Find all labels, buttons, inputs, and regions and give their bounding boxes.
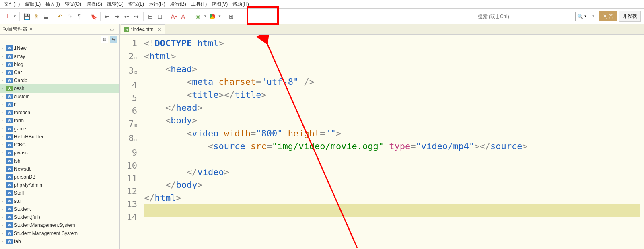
format-button[interactable]: ¶ [75,12,84,21]
line-gutter: 12⊟3⊟4567⊟8⊟91011121314 [120,35,140,249]
ask-button[interactable]: 问 答 [599,11,617,21]
tree-item[interactable]: ›W1New [0,44,119,52]
tree-item[interactable]: ›Wlsh [0,157,119,165]
tree-item[interactable]: ›Warray [0,52,119,60]
preview-button[interactable]: ◉ [193,12,202,21]
new-dropdown[interactable]: ▼ [13,14,17,18]
tree-item[interactable]: ›WStudentManagementSystem [0,221,119,229]
sidebar-close-icon[interactable]: ✕ [29,27,33,32]
tree-item[interactable]: ›Wtab [0,237,119,245]
tree-item[interactable]: ›WCardb [0,76,119,84]
highlight-annotation [247,6,279,25]
menu-o[interactable]: 转义(O) [63,0,83,8]
browser-button[interactable] [208,12,217,21]
tab-close-icon[interactable]: ✕ [158,27,161,32]
menu-l[interactable]: 查找(L) [127,0,146,8]
comment-button[interactable]: ⊟ [146,12,155,21]
indent-button[interactable]: ⇢ [132,12,141,21]
new-button[interactable]: + [3,12,12,21]
menu-g[interactable]: 跳转(G) [105,0,125,8]
tree-item[interactable]: ›Wjavasc [0,149,119,157]
preview-dropdown[interactable]: ▼ [203,14,207,18]
tree-item[interactable]: ›Wfj [0,101,119,109]
tab-label: *index.html [131,27,154,32]
tree-item[interactable]: ›WStudent Management System [0,229,119,237]
collapse-all-button[interactable]: ⇆ [110,36,117,43]
tree-item[interactable]: ›WHelloHBuilder [0,133,119,141]
tree-item[interactable]: ›WICBC [0,141,119,149]
tree-item[interactable]: ›Wstu [0,197,119,205]
menu-h[interactable]: 帮助(H) [231,0,251,8]
menu-r[interactable]: 运行(R) [147,0,167,8]
project-explorer: 项目管理器 ✕ ▭ ▫ ⊟ ⇆ ›W1New›Warray›Wblog›WCar… [0,24,120,249]
editor-tab[interactable]: H *index.html ✕ [121,24,165,34]
outdent-button[interactable]: ⇠ [122,12,131,21]
tree-item[interactable]: ›Wforeach [0,109,119,117]
terminal-button[interactable]: ⊞ [227,12,236,21]
redo-button[interactable]: ↷ [65,12,74,21]
undo-button[interactable]: ↶ [56,12,64,21]
bookmark-button[interactable]: 🔖 [89,12,98,21]
menu-bar: 文件(F)编辑(E)插入(I)转义(O)选择(S)跳转(G)查找(L)运行(R)… [0,0,644,9]
menu-v[interactable]: 视图(V) [210,0,229,8]
menu-t[interactable]: 工具(T) [189,0,208,8]
import-button[interactable]: ⬓ [41,12,50,21]
save-button[interactable]: 💾 [22,12,31,21]
sidebar-title: 项目管理器 [3,26,27,33]
tree-item[interactable]: ›Wcustom [0,93,119,101]
tree-item[interactable]: ›WNewsdb [0,165,119,173]
tree-item[interactable]: ›WStudent [0,205,119,213]
tree-item[interactable]: ›WphpMyAdmin [0,181,119,189]
tree-item[interactable]: ›WpersonDB [0,173,119,181]
menu-i[interactable]: 插入(I) [44,0,61,8]
menu-s[interactable]: 选择(S) [84,0,104,8]
search-options-dropdown[interactable]: ▼ [591,14,595,18]
menu-e[interactable]: 编辑(E) [23,0,42,8]
minimize-icon[interactable]: ▭ [110,27,114,32]
indent-left-button[interactable]: ⇤ [103,12,112,21]
dev-view-button[interactable]: 开发视 [619,11,641,22]
code-editor[interactable]: <!DOCTYPE html><html> <head> <meta chars… [140,35,644,249]
html-file-icon: H [124,27,129,32]
menu-b[interactable]: 发行(B) [169,0,188,8]
indent-right-button[interactable]: ⇥ [113,12,121,21]
editor-tabs: H *index.html ✕ [120,24,644,35]
search-input[interactable] [475,12,576,21]
tree-item[interactable]: ›WStudent(full) [0,213,119,221]
sidebar-header: 项目管理器 ✕ ▭ ▫ [0,24,119,35]
link-editor-button[interactable]: ⊟ [101,36,108,43]
tree-item[interactable]: ›Aceshi [0,84,119,93]
tree-item[interactable]: ›Wgame [0,125,119,133]
save-all-button[interactable]: ⎘ [32,12,41,21]
font-increase-button[interactable]: A+ [170,12,179,21]
collapse-icon[interactable]: ▫ [115,27,116,32]
font-decrease-button[interactable]: A- [179,12,188,21]
menu-f[interactable]: 文件(F) [2,0,21,8]
project-tree[interactable]: ›W1New›Warray›Wblog›WCar›WCardb›Aceshi›W… [0,44,119,249]
tree-item[interactable]: ›WCar [0,68,119,76]
uncomment-button[interactable]: ⊡ [156,12,165,21]
search-submit-button[interactable]: 🔍▼ [576,13,589,20]
editor-area: H *index.html ✕ 12⊟3⊟4567⊟8⊟91011121314 … [120,24,644,249]
tree-item[interactable]: ›Wblog [0,60,119,68]
toolbar: + ▼ 💾 ⎘ ⬓ ↶ ↷ ¶ 🔖 ⇤ ⇥ ⇠ ⇢ ⊟ ⊡ A+ A- ◉ ▼ … [0,9,644,24]
tree-item[interactable]: ›Wform [0,117,119,125]
browser-dropdown[interactable]: ▼ [218,14,222,18]
tree-item[interactable]: ›WStaff [0,189,119,197]
